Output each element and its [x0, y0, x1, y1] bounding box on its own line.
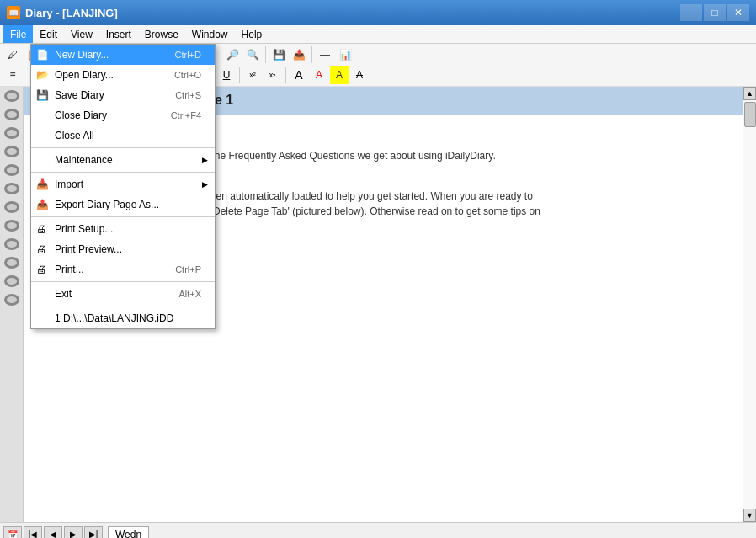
dd-sep-5	[31, 306, 215, 306]
file-dropdown: 📄 New Diary... Ctrl+D 📂 Open Diary... Ct…	[30, 44, 216, 329]
menu-edit[interactable]: Edit	[33, 25, 64, 43]
tb-btn-chart[interactable]: 📊	[336, 45, 354, 64]
dd-import[interactable]: 📥 Import	[31, 174, 215, 194]
dd-maintenance-label: Maintenance	[55, 154, 113, 166]
menu-window[interactable]: Window	[185, 25, 235, 43]
fmt-subscript[interactable]: x₂	[264, 66, 282, 84]
open-diary-icon: 📂	[36, 69, 49, 81]
scroll-down-button[interactable]: ▼	[743, 509, 756, 522]
nav-play[interactable]: ▶	[64, 526, 83, 539]
date-display-text: Wedn	[115, 529, 141, 539]
dd-import-label: Import	[55, 178, 83, 190]
scroll-up-button[interactable]: ▲	[743, 87, 756, 100]
dd-export-label: Export Diary Page As...	[55, 199, 159, 210]
tb-btn-dash[interactable]: —	[316, 45, 334, 64]
spiral-ring	[4, 294, 19, 306]
spiral-ring	[4, 275, 19, 287]
dd-exit[interactable]: Exit Alt+X	[31, 284, 215, 304]
dd-save-shortcut: Ctrl+S	[175, 90, 201, 100]
dd-export[interactable]: 📤 Export Diary Page As...	[31, 194, 215, 215]
spiral-ring	[4, 146, 19, 157]
diary-nav-bar: 📅 |◀ ◀ ▶ ▶| Wedn	[0, 523, 756, 538]
fmt-strikethrough[interactable]: A	[350, 66, 369, 84]
dd-print-preview-label: Print Preview...	[55, 243, 122, 255]
dd-print-label: Print...	[55, 264, 84, 275]
spiral-ring	[4, 109, 19, 120]
fmt-font-color[interactable]: A	[310, 66, 328, 84]
spiral-ring	[4, 220, 19, 232]
export-icon: 📤	[36, 199, 49, 210]
dd-new-shortcut: Ctrl+D	[175, 50, 201, 60]
print-preview-icon: 🖨	[36, 243, 46, 255]
dd-exit-shortcut: Alt+X	[178, 289, 201, 299]
dd-open-diary[interactable]: 📂 Open Diary... Ctrl+O	[31, 65, 215, 85]
minimize-button[interactable]: ─	[680, 4, 702, 21]
tb-btn-export[interactable]: 📤	[290, 45, 308, 64]
dd-exit-label: Exit	[55, 288, 72, 300]
dd-new-label: New Diary...	[55, 49, 109, 61]
dd-close-all[interactable]: Close All	[31, 125, 215, 146]
close-button[interactable]: ✕	[727, 4, 749, 21]
bottom-area: 📅 |◀ ◀ ▶ ▶| Wedn 📄 Page 1 New Diary Page…	[0, 522, 756, 538]
menu-browse[interactable]: Browse	[138, 25, 185, 43]
dd-new-diary[interactable]: 📄 New Diary... Ctrl+D	[31, 45, 215, 65]
date-display: Wedn	[108, 526, 149, 539]
save-diary-icon: 💾	[36, 89, 49, 101]
menu-bar: File Edit View Insert Browse Window Help	[0, 25, 756, 44]
dd-close-all-label: Close All	[55, 130, 94, 141]
dd-recent-file[interactable]: 1 D:\...\Data\LANJING.iDD	[31, 308, 215, 328]
tb-btn-zoom2[interactable]: 🔍	[243, 45, 262, 64]
dd-sep-4	[31, 281, 215, 282]
title-bar: 📖 Diary - [LANJING] ─ □ ✕	[0, 0, 756, 25]
dd-close-label: Close Diary	[55, 109, 107, 121]
spiral-binding	[0, 87, 24, 522]
fmt-underline[interactable]: U	[217, 66, 236, 84]
dd-sep-3	[31, 216, 215, 217]
dd-open-label: Open Diary...	[55, 69, 114, 81]
dd-print-shortcut: Ctrl+P	[175, 264, 201, 274]
spiral-ring	[4, 201, 19, 213]
nav-first[interactable]: |◀	[24, 526, 42, 539]
nav-next[interactable]: ▶|	[84, 526, 103, 539]
app-icon: 📖	[7, 6, 20, 19]
dd-close-diary[interactable]: Close Diary Ctrl+F4	[31, 105, 215, 125]
tb-btn-1[interactable]: 🖊	[3, 45, 22, 64]
print-icon: 🖨	[36, 264, 46, 275]
spiral-ring	[4, 257, 19, 269]
scroll-thumb[interactable]	[744, 102, 756, 127]
scroll-track	[743, 100, 756, 509]
dd-print-preview[interactable]: 🖨 Print Preview...	[31, 239, 215, 259]
nav-prev[interactable]: ◀	[44, 526, 62, 539]
menu-view[interactable]: View	[64, 25, 99, 43]
menu-insert[interactable]: Insert	[99, 25, 138, 43]
tb-btn-save[interactable]: 💾	[269, 45, 288, 64]
tb-btn-zoom1[interactable]: 🔎	[223, 45, 242, 64]
dd-close-shortcut: Ctrl+F4	[171, 110, 201, 120]
dd-print-setup-label: Print Setup...	[55, 223, 113, 235]
maximize-button[interactable]: □	[704, 4, 726, 21]
fmt-font-size[interactable]: A	[290, 66, 308, 84]
fmt-align-left[interactable]: ≡	[3, 66, 22, 84]
new-diary-icon: 📄	[36, 49, 49, 61]
dd-print-setup[interactable]: 🖨 Print Setup...	[31, 219, 215, 239]
dd-save-diary[interactable]: 💾 Save Diary Ctrl+S	[31, 85, 215, 105]
dd-open-shortcut: Ctrl+O	[174, 70, 201, 80]
dd-print[interactable]: 🖨 Print... Ctrl+P	[31, 259, 215, 280]
dd-maintenance[interactable]: Maintenance	[31, 150, 215, 170]
nav-icon-btn[interactable]: 📅	[3, 526, 22, 539]
spiral-ring	[4, 90, 19, 102]
menu-help[interactable]: Help	[235, 25, 269, 43]
dd-sep-2	[31, 172, 215, 173]
window-controls: ─ □ ✕	[680, 4, 749, 21]
import-icon: 📥	[36, 178, 49, 190]
spiral-ring	[4, 164, 19, 176]
dd-sep-1	[31, 147, 215, 148]
title-bar-title: Diary - [LANJING]	[25, 7, 118, 19]
menu-file[interactable]: File	[3, 25, 33, 43]
spiral-ring	[4, 238, 19, 250]
fmt-superscript[interactable]: x²	[243, 66, 262, 84]
scrollbar[interactable]: ▲ ▼	[743, 87, 756, 522]
fmt-highlight[interactable]: A	[330, 66, 349, 84]
print-setup-icon: 🖨	[36, 223, 46, 235]
dd-save-label: Save Diary	[55, 89, 104, 101]
